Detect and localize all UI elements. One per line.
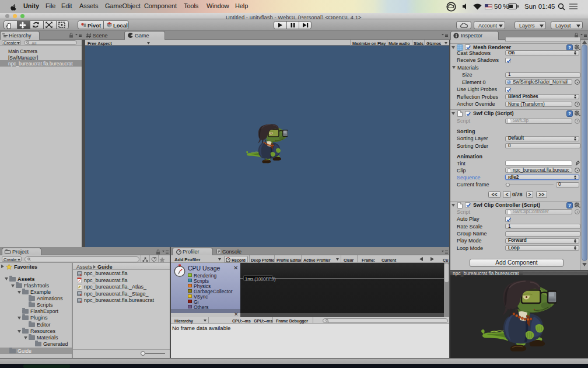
svg-text:?: ?: [568, 45, 571, 50]
svg-text:?: ?: [568, 111, 571, 116]
svg-text:?: ?: [568, 203, 571, 208]
